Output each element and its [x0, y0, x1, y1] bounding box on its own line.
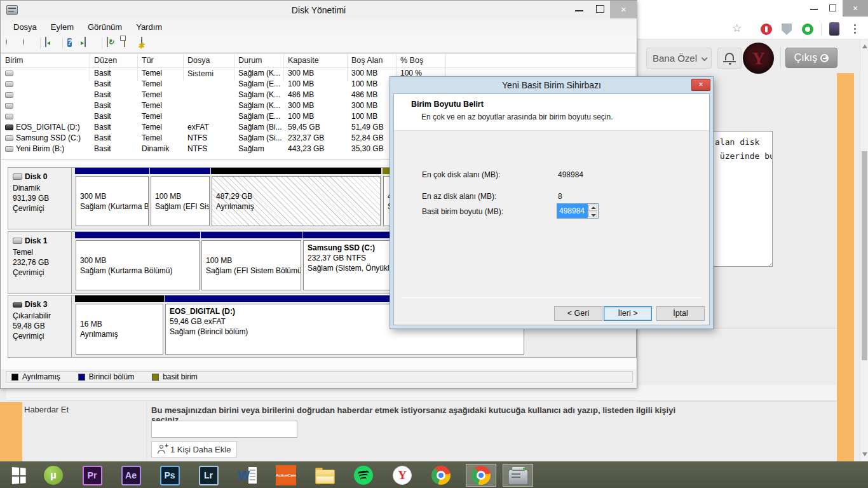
disk-label-panel[interactable]: Disk 1Temel232,76 GBÇevrimiçi	[8, 232, 72, 293]
partition-line: Sağlam (Kurtarma Bölümü)	[80, 266, 195, 276]
wizard-close-button[interactable]: ×	[691, 79, 710, 91]
wizard-title: Yeni Basit Birim Sihirbazı	[390, 77, 713, 93]
taskbar-item-word[interactable]: W	[232, 464, 262, 487]
volume-cell: Sağlam (Si...	[234, 133, 284, 144]
disk-management-icon	[508, 470, 528, 485]
partition[interactable]: 100 MBSağlam (EFI Sis	[150, 168, 210, 229]
toolbar-button-actions[interactable]: ✱	[141, 37, 154, 49]
disk-label-panel[interactable]: Disk 3Çıkarılabilir59,48 GBÇevrimiçi	[8, 295, 72, 357]
disk-management-titlebar[interactable]: Disk Yönetimi ×	[1, 1, 637, 20]
scrollbar-thumb[interactable]	[862, 151, 867, 360]
browser-menu-icon[interactable]	[854, 24, 856, 26]
menu-item-yardım[interactable]: Yardım	[129, 22, 169, 32]
user-avatar[interactable]: Y	[743, 43, 774, 74]
taskbar-item-chrome[interactable]	[426, 464, 456, 487]
my-feed-dropdown[interactable]: Bana Özel	[646, 48, 712, 69]
partition[interactable]: 100 MBSağlam (EFI Sistem Bölümü)	[201, 232, 302, 293]
chrome-icon	[431, 466, 451, 485]
help-icon: ?	[67, 38, 72, 47]
browser-profile-avatar[interactable]	[829, 22, 839, 36]
taskbar-item-file-explorer[interactable]	[309, 464, 340, 487]
spin-up-button[interactable]	[588, 205, 597, 211]
toolbar-button-show-graph-view[interactable]	[85, 37, 97, 49]
browser-minimize-button[interactable]	[804, 0, 824, 17]
max-size-value: 498984	[558, 170, 583, 179]
taskbar-item-photoshop[interactable]: Ps	[154, 464, 185, 487]
browser-restore-button[interactable]	[824, 0, 843, 17]
taskbar-item-chrome-2[interactable]	[466, 464, 496, 487]
partition[interactable]: 300 MBSağlam (Kurtarma B	[75, 168, 149, 229]
premiere-icon: Pr	[83, 466, 102, 485]
volume-cell	[184, 68, 234, 79]
menu-item-görünüm[interactable]: Görünüm	[81, 22, 129, 32]
toolbar-button-forward[interactable]	[23, 37, 36, 49]
partition-box: 100 MBSağlam (EFI Sistem Bölümü)	[201, 240, 301, 290]
toolbar-separator	[40, 37, 41, 49]
header-separator	[780, 47, 781, 69]
taskbar-item-lightroom[interactable]: Lr	[193, 464, 224, 487]
partition-line: Sağlam (Kurtarma B	[80, 201, 144, 212]
min-size-label: En az disk alanı (MB):	[422, 192, 496, 201]
volume-cell: Temel	[138, 79, 184, 90]
add-person-button[interactable]: + 1 Kişi Daha Ekle	[151, 441, 237, 458]
taskbar-item-spotify[interactable]	[348, 464, 379, 487]
close-button[interactable]: ×	[610, 1, 637, 18]
volume-name-cell: EOS_DIGITAL (D:)	[1, 122, 90, 133]
menu-item-dosya[interactable]: Dosya	[6, 22, 44, 32]
toolbar-button-refresh[interactable]: ↻	[107, 37, 119, 49]
legend-bar: AyrılmamışBirincil bölümbasit birim	[6, 371, 633, 383]
refresh-icon: ↻	[107, 37, 108, 47]
chrome-icon	[471, 466, 491, 485]
legend-swatch	[152, 374, 159, 381]
cancel-button[interactable]: İptal	[656, 306, 705, 321]
disk-label-panel[interactable]: Disk 0Dinamik931,39 GBÇevrimiçi	[8, 168, 72, 229]
bookmark-star-icon[interactable]: ☆	[732, 22, 742, 35]
notify-username-input[interactable]	[151, 421, 297, 438]
volume-size-spinbox[interactable]: 498984	[557, 203, 599, 219]
volume-disk-icon	[5, 103, 13, 109]
shield-extension-icon[interactable]	[782, 24, 792, 35]
spin-down-button[interactable]	[588, 212, 597, 218]
adblock-extension-icon[interactable]	[761, 24, 772, 35]
menu-item-eylem[interactable]: Eylem	[44, 22, 81, 32]
taskbar: µPrAePsLrWActionCamY TUR 10:25 22.9.2018	[0, 461, 868, 488]
list-view-icon	[45, 37, 46, 47]
scrollbar-up-icon[interactable]	[862, 44, 867, 48]
taskbar-item-start[interactable]	[4, 464, 34, 487]
volume-cell: Sağlam	[234, 144, 284, 154]
volume-disk-icon	[5, 135, 13, 141]
disk-size: 232,76 GB	[13, 257, 71, 268]
taskbar-item-disk-management[interactable]	[503, 464, 533, 487]
textarea-resize-handle[interactable]	[766, 261, 772, 266]
taskbar-item-yandex-browser[interactable]: Y	[387, 464, 417, 487]
code-textarea[interactable]: alan disk üzerinde bu	[712, 131, 773, 267]
toolbar-button-properties[interactable]	[124, 37, 137, 49]
page-scrollbar[interactable]	[860, 39, 868, 461]
next-button[interactable]: İleri >	[604, 306, 652, 321]
volume-cell: Basit	[90, 79, 138, 90]
taskbar-item-utorrent[interactable]: µ	[38, 464, 69, 487]
browser-close-button[interactable]: ×	[843, 0, 868, 17]
toolbar-button-back[interactable]	[6, 37, 18, 49]
volume-size-value-selected[interactable]: 498984	[557, 204, 588, 218]
wizard-subheading: En çok ve en az boyutlar arasında bir bi…	[421, 112, 613, 121]
taskbar-item-after-effects[interactable]: Ae	[116, 464, 146, 487]
volume-cell	[184, 79, 234, 90]
disk-size: 931,39 GB	[13, 193, 71, 203]
partition[interactable]: 300 MBSağlam (Kurtarma Bölümü)	[75, 232, 200, 293]
taskbar-item-premiere[interactable]: Pr	[77, 464, 107, 487]
back-button[interactable]: < Geri	[554, 306, 602, 321]
taskbar-item-actioncam[interactable]: ActionCam	[271, 464, 301, 487]
partition[interactable]: 487,29 GBAyrılmamış	[211, 168, 381, 229]
toolbar-button-help[interactable]: ?	[67, 37, 80, 49]
toolbar-button-show-list-view[interactable]	[45, 37, 58, 49]
maximize-button[interactable]	[590, 1, 610, 18]
legend-swatch	[11, 374, 18, 381]
volume-cell	[184, 90, 234, 100]
green-extension-icon[interactable]	[802, 24, 813, 35]
partition[interactable]: 16 MBAyrılmamış	[75, 295, 164, 357]
logout-button[interactable]: Çıkış	[785, 48, 837, 68]
notifications-button[interactable]	[717, 48, 742, 69]
scrollbar-down-icon[interactable]	[862, 452, 867, 456]
minimize-button[interactable]	[569, 1, 589, 18]
